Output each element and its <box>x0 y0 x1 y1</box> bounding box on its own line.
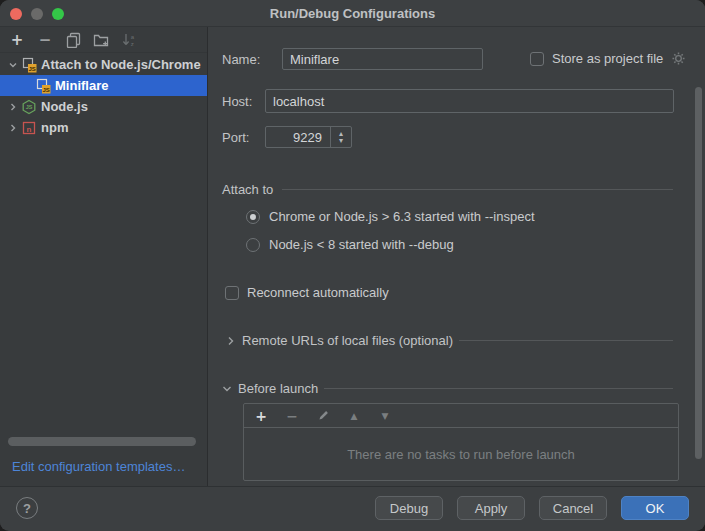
run-debug-configurations-dialog: Run/Debug Configurations + − az <box>0 0 705 531</box>
host-input[interactable] <box>265 89 674 113</box>
move-task-up-icon: ▲ <box>347 409 361 423</box>
port-label: Port: <box>222 130 249 145</box>
help-icon[interactable]: ? <box>16 497 38 519</box>
before-launch-empty-text: There are no tasks to run before launch <box>244 428 678 480</box>
chevron-right-icon[interactable] <box>5 120 21 136</box>
debug-button[interactable]: Debug <box>375 496 443 520</box>
sidebar-horizontal-scrollbar[interactable] <box>8 437 196 446</box>
port-stepper: ▴ ▾ <box>330 127 351 147</box>
tree-item-nodejs[interactable]: JS Node.js <box>0 96 207 117</box>
reconnect-automatically-row[interactable]: Reconnect automatically <box>225 285 389 300</box>
new-folder-icon[interactable] <box>93 32 109 48</box>
section-divider <box>324 388 673 389</box>
configuration-form: Name: Store as project file Host: Port: … <box>208 27 705 486</box>
dialog-title: Run/Debug Configurations <box>270 6 435 21</box>
tree-item-label: npm <box>41 120 68 135</box>
dialog-body: + − az JS <box>0 27 705 486</box>
spinner-down-icon[interactable]: ▾ <box>339 137 343 144</box>
configurations-tree: JS Attach to Node.js/Chrome JS Miniflare <box>0 53 207 138</box>
radio-inspect-label: Chrome or Node.js > 6.3 started with --i… <box>269 209 535 224</box>
radio-unselected-icon[interactable] <box>246 238 260 252</box>
name-label: Name: <box>222 52 260 67</box>
dialog-footer: ? Debug Apply Cancel OK <box>0 486 705 529</box>
add-task-icon[interactable]: + <box>254 409 268 423</box>
section-divider <box>282 189 673 190</box>
store-settings-gear-icon[interactable] <box>671 51 686 66</box>
chevron-down-icon[interactable] <box>222 384 232 394</box>
sidebar-toolbar: + − az <box>0 27 207 53</box>
svg-text:n: n <box>27 124 32 133</box>
tree-item-label: Node.js <box>41 99 88 114</box>
before-launch-toolbar: + − ▲ ▼ <box>244 404 678 428</box>
svg-text:z: z <box>131 41 134 47</box>
chevron-down-icon[interactable] <box>5 57 21 73</box>
nodejs-icon: JS <box>21 99 37 115</box>
attach-to-title: Attach to <box>222 182 273 197</box>
remote-urls-title: Remote URLs of local files (optional) <box>242 333 453 348</box>
host-label: Host: <box>222 94 252 109</box>
title-bar: Run/Debug Configurations <box>0 0 705 27</box>
add-configuration-icon[interactable]: + <box>9 32 25 48</box>
remove-configuration-icon[interactable]: − <box>37 32 53 48</box>
radio-selected-icon[interactable] <box>246 210 260 224</box>
cancel-button[interactable]: Cancel <box>539 496 607 520</box>
radio-debug-label: Node.js < 8 started with --debug <box>269 237 454 252</box>
reconnect-checkbox[interactable] <box>225 286 239 300</box>
sort-configurations-icon: az <box>121 32 137 48</box>
form-vertical-scrollbar[interactable] <box>695 87 702 459</box>
npm-icon: n <box>21 120 37 136</box>
tree-item-attach-to-node-chrome[interactable]: JS Attach to Node.js/Chrome <box>0 54 207 75</box>
radio-inspect-option[interactable]: Chrome or Node.js > 6.3 started with --i… <box>246 209 535 224</box>
minimize-window-button <box>31 8 43 20</box>
attach-to-section-header: Attach to <box>222 182 673 197</box>
attach-to-node-icon: JS <box>35 78 51 94</box>
move-task-down-icon: ▼ <box>378 409 392 423</box>
svg-text:JS: JS <box>29 65 36 71</box>
remove-task-icon: − <box>285 409 299 423</box>
svg-text:JS: JS <box>26 104 33 110</box>
remote-urls-section-header[interactable]: Remote URLs of local files (optional) <box>226 333 673 348</box>
name-input[interactable] <box>282 48 483 70</box>
apply-button[interactable]: Apply <box>457 496 525 520</box>
port-spinner: 9229 ▴ ▾ <box>265 126 352 148</box>
before-launch-title: Before launch <box>238 381 318 396</box>
store-as-project-file-row: Store as project file <box>530 51 686 66</box>
tree-item-npm[interactable]: n npm <box>0 117 207 138</box>
chevron-right-icon[interactable] <box>226 336 236 346</box>
close-window-button[interactable] <box>10 8 22 20</box>
tree-item-label: Attach to Node.js/Chrome <box>41 57 201 72</box>
section-divider <box>459 340 673 341</box>
ok-button[interactable]: OK <box>621 496 689 520</box>
store-as-project-file-checkbox[interactable] <box>530 52 544 66</box>
radio-debug-option[interactable]: Node.js < 8 started with --debug <box>246 237 454 252</box>
configurations-sidebar: + − az JS <box>0 27 208 486</box>
store-as-project-file-label: Store as project file <box>552 51 663 66</box>
tree-item-label: Miniflare <box>55 78 108 93</box>
before-launch-section-header[interactable]: Before launch <box>222 381 673 396</box>
zoom-window-button[interactable] <box>52 8 64 20</box>
svg-text:a: a <box>131 33 135 39</box>
port-input[interactable]: 9229 <box>266 127 330 147</box>
attach-to-node-icon: JS <box>21 57 37 73</box>
edit-task-icon <box>316 409 330 423</box>
tree-item-miniflare[interactable]: JS Miniflare <box>0 75 207 96</box>
window-controls <box>10 8 64 20</box>
chevron-right-icon[interactable] <box>5 99 21 115</box>
before-launch-tasks-panel: + − ▲ ▼ There are no tasks to run before… <box>243 403 679 481</box>
reconnect-label: Reconnect automatically <box>247 285 389 300</box>
copy-configuration-icon[interactable] <box>65 32 81 48</box>
edit-configuration-templates-link[interactable]: Edit configuration templates… <box>12 459 185 474</box>
svg-text:JS: JS <box>43 86 50 92</box>
